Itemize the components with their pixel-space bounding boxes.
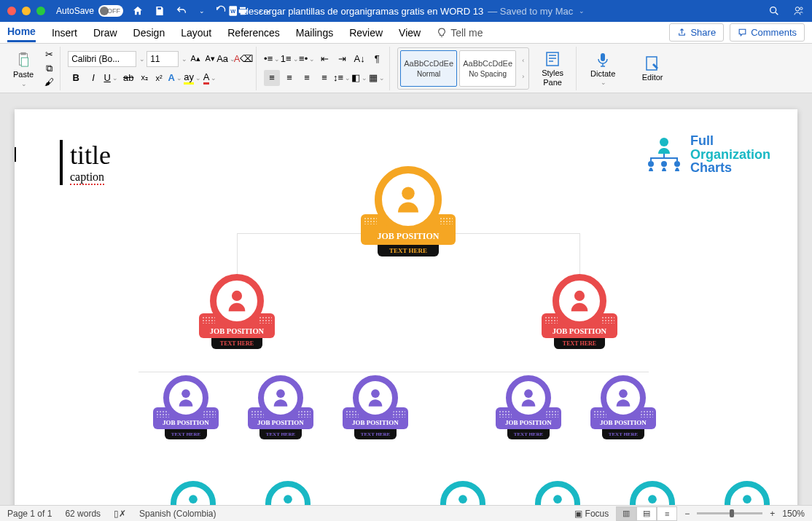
dictate-button[interactable]: Dictate ⌄ — [584, 47, 622, 90]
tab-home[interactable]: Home — [7, 23, 36, 42]
maximize-window-button[interactable] — [36, 7, 45, 15]
paste-button[interactable]: Paste ⌄ — [10, 48, 36, 89]
show-marks-button[interactable]: ¶ — [369, 51, 385, 67]
org-node-l4[interactable] — [255, 481, 321, 505]
comments-label: Comments — [751, 27, 797, 38]
cut-button[interactable]: ✂ — [42, 49, 55, 60]
undo-dropdown-icon[interactable]: ⌄ — [199, 7, 205, 15]
paste-dropdown-icon[interactable]: ⌄ — [21, 80, 27, 87]
line-spacing-button[interactable]: ↕≡⌄ — [334, 70, 350, 86]
doc-title-dropdown-icon[interactable]: ⌄ — [579, 7, 585, 15]
underline-button[interactable]: U⌄ — [103, 70, 119, 86]
styles-scroll-left[interactable]: ‹ — [522, 57, 524, 64]
tell-me[interactable]: Tell me — [437, 24, 483, 42]
org-node-l4[interactable] — [525, 481, 590, 505]
borders-button[interactable]: ▦⌄ — [369, 70, 385, 86]
font-size-select[interactable] — [147, 51, 179, 67]
font-name-select[interactable] — [68, 51, 136, 67]
tab-mailings[interactable]: Mailings — [296, 24, 333, 42]
tab-insert[interactable]: Insert — [52, 24, 77, 42]
org-node-l4[interactable] — [714, 481, 780, 505]
doc-caption-text[interactable]: caption — [70, 171, 104, 185]
title-block[interactable]: title caption — [60, 140, 111, 185]
align-center-button[interactable]: ≡ — [281, 70, 297, 86]
clear-formatting-button[interactable]: A⌫ — [235, 51, 251, 67]
styles-pane-button[interactable]: Styles Pane — [534, 47, 571, 90]
web-layout-view-button[interactable]: ▤ — [636, 506, 657, 521]
document-canvas[interactable]: title caption Full Organization Charts — [0, 93, 812, 505]
decrease-font-button[interactable]: A▾ — [203, 52, 216, 66]
bullets-button[interactable]: •≡⌄ — [264, 51, 280, 67]
home-icon[interactable] — [132, 5, 144, 17]
focus-mode-button[interactable]: ▣ Focus — [574, 509, 609, 519]
org-node-l3[interactable]: JOB POSITION TEXT HERE — [153, 375, 219, 439]
tab-design[interactable]: Design — [133, 24, 165, 42]
connector — [237, 233, 238, 277]
org-node-l3[interactable]: JOB POSITION TEXT HERE — [590, 375, 656, 439]
tab-view[interactable]: View — [399, 24, 421, 42]
language-indicator[interactable]: Spanish (Colombia) — [139, 509, 216, 519]
page[interactable]: title caption Full Organization Charts — [15, 109, 797, 505]
account-icon[interactable] — [793, 5, 805, 17]
subscript-button[interactable]: x₂ — [138, 71, 151, 85]
print-layout-view-button[interactable]: ▥ — [616, 506, 636, 521]
save-icon[interactable] — [154, 5, 165, 17]
org-node-l3[interactable]: JOB POSITION TEXT HERE — [496, 375, 561, 439]
format-painter-button[interactable]: 🖌 — [42, 77, 55, 88]
bold-button[interactable]: B — [68, 70, 84, 86]
word-count[interactable]: 62 words — [65, 509, 101, 519]
align-left-button[interactable]: ≡ — [264, 70, 280, 86]
highlight-button[interactable]: ay⌄ — [184, 70, 200, 86]
org-node-l4[interactable] — [430, 481, 496, 505]
decrease-indent-button[interactable]: ⇤ — [316, 51, 332, 67]
increase-font-button[interactable]: A▴ — [189, 52, 202, 66]
zoom-in-button[interactable]: + — [770, 509, 775, 519]
close-window-button[interactable] — [7, 7, 16, 15]
justify-button[interactable]: ≡ — [316, 70, 332, 86]
superscript-button[interactable]: x² — [152, 71, 165, 85]
zoom-out-button[interactable]: − — [684, 509, 690, 519]
org-node-l3[interactable]: JOB POSITION TEXT HERE — [248, 375, 313, 439]
multilevel-list-button[interactable]: ≡•⌄ — [299, 51, 315, 67]
style-no-spacing[interactable]: AaBbCcDdEe No Spacing — [459, 50, 516, 87]
text-effects-button[interactable]: A⌄ — [167, 70, 183, 86]
editor-button[interactable]: Editor — [633, 47, 671, 90]
tab-references[interactable]: References — [227, 24, 280, 42]
page-indicator[interactable]: Page 1 of 1 — [7, 509, 52, 519]
tab-draw[interactable]: Draw — [93, 24, 117, 42]
doc-title-text[interactable]: title — [70, 140, 111, 171]
align-right-button[interactable]: ≡ — [299, 70, 315, 86]
spellcheck-icon[interactable]: ▯✗ — [114, 509, 126, 519]
italic-button[interactable]: I — [85, 70, 101, 86]
org-node-l3[interactable]: JOB POSITION TEXT HERE — [343, 375, 408, 439]
share-button[interactable]: Share — [669, 23, 724, 42]
autosave-toggle[interactable]: OFF — [98, 5, 123, 17]
search-icon[interactable] — [768, 5, 780, 17]
increase-indent-button[interactable]: ⇥ — [334, 51, 350, 67]
change-case-button[interactable]: Aa⌄ — [218, 51, 234, 67]
strikethrough-button[interactable]: ab — [120, 70, 136, 86]
outline-view-button[interactable]: ≡ — [657, 506, 677, 521]
zoom-slider[interactable] — [697, 512, 762, 514]
comments-button[interactable]: Comments — [730, 23, 805, 42]
undo-icon[interactable] — [176, 5, 187, 17]
shading-button[interactable]: ◧⌄ — [351, 70, 367, 86]
autosave-control[interactable]: AutoSave OFF — [56, 5, 123, 17]
sort-button[interactable]: A↓ — [351, 51, 367, 67]
styles-scroll-right[interactable]: › — [522, 73, 524, 80]
copy-button[interactable]: ⧉ — [42, 63, 55, 74]
zoom-level[interactable]: 150% — [782, 509, 805, 519]
tab-layout[interactable]: Layout — [181, 24, 211, 42]
font-color-button[interactable]: A⌄ — [202, 70, 218, 86]
document-title[interactable]: W descargar plantillas de organigramas g… — [227, 5, 585, 17]
org-node-top[interactable]: JOB POSITION TEXT HERE — [361, 166, 456, 256]
redo-icon[interactable] — [215, 5, 227, 17]
org-node-l2[interactable]: JOB POSITION TEXT HERE — [199, 274, 275, 349]
tab-review[interactable]: Review — [349, 24, 383, 42]
style-normal[interactable]: AaBbCcDdEe Normal — [400, 50, 457, 87]
org-node-l2[interactable]: JOB POSITION TEXT HERE — [542, 274, 617, 349]
org-node-l4[interactable] — [160, 481, 226, 505]
minimize-window-button[interactable] — [22, 7, 31, 15]
numbering-button[interactable]: 1≡⌄ — [281, 51, 297, 67]
org-node-l4[interactable] — [620, 481, 685, 505]
